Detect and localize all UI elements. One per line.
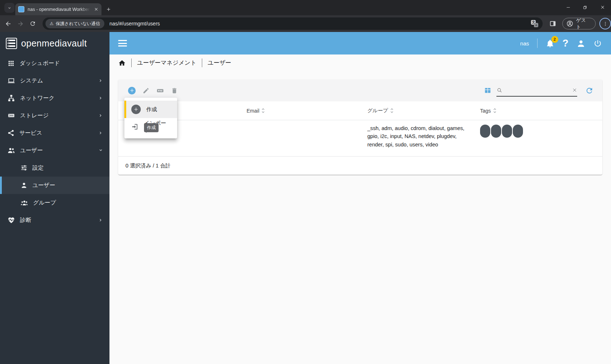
url-bar[interactable]: ⚠ 保護されていない通信 nas/#/usermgmt/users 文A	[43, 17, 543, 30]
search-input[interactable]	[505, 87, 570, 93]
column-settings-button[interactable]	[484, 87, 491, 94]
tag-pill[interactable]	[491, 125, 501, 138]
window-restore-button[interactable]	[576, 0, 593, 15]
users-table-card: Email グループ Tags _ssh, adm, audio, cdrom,…	[118, 80, 602, 175]
sort-icon	[390, 108, 394, 113]
logo-text: openmediavault	[21, 38, 87, 49]
tag-pill[interactable]	[480, 125, 490, 138]
active-item-indicator	[124, 101, 126, 118]
breadcrumb-separator	[202, 58, 202, 67]
heart-pulse-icon	[7, 216, 15, 224]
warning-icon: ⚠	[50, 21, 54, 26]
sidebar-item-label: ユーザー	[32, 182, 55, 189]
logo: openmediavault	[0, 32, 109, 54]
sidebar-item-users-sub[interactable]: ユーザー	[0, 177, 109, 194]
chevron-right-icon	[98, 113, 104, 118]
hamburger-menu-button[interactable]	[118, 40, 127, 46]
restore-icon	[583, 5, 587, 10]
app-header: nas 2 ?	[109, 32, 611, 54]
menu-item-create[interactable]: 作成	[124, 101, 177, 118]
sidebar-item-system[interactable]: システム	[0, 72, 109, 89]
sidebar: openmediavault ダッシュボード システム ネットワーク ストレージ	[0, 32, 109, 364]
chevron-right-icon	[98, 130, 104, 136]
logout-button[interactable]	[594, 39, 602, 48]
home-icon[interactable]	[118, 59, 126, 67]
clear-search-icon[interactable]	[572, 88, 577, 93]
tag-pill[interactable]	[513, 125, 523, 138]
column-header-groups[interactable]: グループ	[367, 108, 480, 114]
sidebar-item-services[interactable]: サービス	[0, 124, 109, 142]
search-icon	[496, 87, 503, 93]
breadcrumb-level1: ユーザーマネジメント	[137, 59, 196, 67]
sort-icon	[493, 108, 497, 113]
tag-pill[interactable]	[502, 125, 512, 138]
profile-label: ゲスト	[576, 17, 590, 30]
profile-avatar-icon	[566, 20, 574, 27]
tab-close-icon[interactable]	[94, 7, 99, 12]
search-box	[496, 84, 577, 97]
sidebar-item-dashboard[interactable]: ダッシュボード	[0, 54, 109, 72]
pencil-icon	[143, 87, 149, 94]
security-chip[interactable]: ⚠ 保護されていない通信	[45, 19, 104, 28]
column-header-label: Tags	[480, 108, 491, 114]
breadcrumb-separator	[131, 58, 132, 67]
column-header-tags[interactable]: Tags	[480, 108, 602, 114]
security-chip-label: 保護されていない通信	[56, 21, 100, 27]
groups-cell: _ssh, adm, audio, cdrom, dialout, games,…	[367, 120, 480, 156]
screen: nas - openmediavault Workbench	[0, 0, 611, 364]
sort-icon	[261, 108, 265, 113]
sidebar-item-diagnostics[interactable]: 診断	[0, 211, 109, 229]
refresh-icon	[585, 86, 594, 95]
chevron-down-icon	[7, 6, 12, 10]
reload-button[interactable]	[27, 17, 39, 30]
split-screen-icon[interactable]	[549, 20, 556, 27]
user-menu-button[interactable]	[576, 39, 586, 48]
edit-button[interactable]	[143, 87, 149, 94]
share-icon	[7, 129, 15, 137]
reload-icon	[29, 20, 36, 27]
sidebar-item-storage[interactable]: ストレージ	[0, 107, 109, 124]
new-tab-button[interactable]	[103, 4, 113, 14]
sidebar-item-label: グループ	[33, 199, 56, 207]
browser-tab[interactable]: nas - openmediavault Workbench	[15, 3, 101, 15]
notifications-button[interactable]: 2	[546, 39, 555, 48]
browser-menu-button[interactable]	[599, 18, 611, 29]
url-text: nas/#/usermgmt/users	[109, 21, 160, 27]
sidebar-item-network[interactable]: ネットワーク	[0, 89, 109, 107]
change-password-button[interactable]	[156, 87, 164, 94]
network-icon	[7, 94, 15, 102]
translate-icon[interactable]: 文A	[531, 20, 538, 27]
breadcrumb-level2: ユーザー	[208, 59, 231, 67]
back-button[interactable]	[2, 17, 15, 30]
forward-button[interactable]	[15, 17, 27, 30]
table-columns-icon	[484, 87, 491, 94]
column-header-email[interactable]: Email	[247, 108, 367, 114]
create-dropdown-menu: 作成 インポート	[124, 98, 177, 138]
address-bar-row: ⚠ 保護されていない通信 nas/#/usermgmt/users 文A ゲスト	[0, 15, 611, 32]
sidebar-item-groups[interactable]: グループ	[0, 194, 109, 211]
chevron-right-icon	[98, 78, 104, 84]
window-close-button[interactable]	[594, 0, 611, 15]
profile-button[interactable]: ゲスト	[562, 18, 596, 29]
apps-grid-icon	[7, 60, 15, 67]
person-icon	[576, 39, 586, 48]
table-row[interactable]: _ssh, adm, audio, cdrom, dialout, games,…	[118, 120, 602, 157]
openmediavault-logo-icon	[6, 38, 17, 49]
refresh-button[interactable]	[585, 86, 594, 95]
arrow-back-icon	[5, 20, 12, 27]
tab-title: nas - openmediavault Workbench	[28, 7, 90, 12]
sidebar-item-settings[interactable]: 設定	[0, 159, 109, 177]
delete-button[interactable]	[171, 87, 178, 94]
tab-search-button[interactable]	[4, 3, 15, 13]
create-button[interactable]	[128, 87, 136, 94]
help-button[interactable]: ?	[563, 39, 569, 48]
menu-item-label: 作成	[146, 106, 157, 113]
storage-icon	[7, 112, 15, 120]
window-minimize-button[interactable]	[560, 0, 576, 15]
chevron-right-icon	[98, 217, 104, 223]
hostname-label: nas	[520, 40, 529, 46]
laptop-icon	[7, 77, 15, 85]
import-icon	[131, 123, 139, 130]
sidebar-item-users[interactable]: ユーザー	[0, 142, 109, 159]
dots-vertical-icon	[603, 21, 608, 27]
